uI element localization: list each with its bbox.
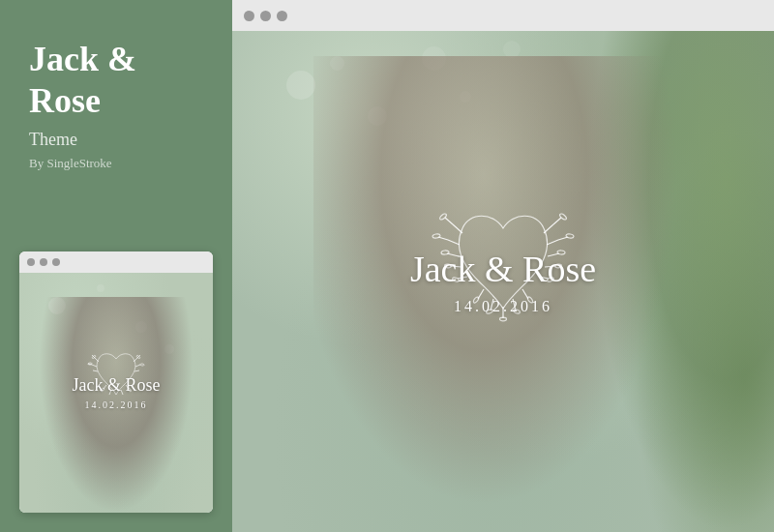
small-preview-window: Jack & Rose 14.02.2016 bbox=[19, 251, 213, 513]
svg-line-27 bbox=[553, 218, 561, 224]
svg-line-4 bbox=[93, 370, 98, 371]
svg-line-8 bbox=[134, 370, 139, 371]
main-wreath-text: Jack & Rose 14.02.2016 bbox=[410, 248, 596, 315]
small-preview-body: Jack & Rose 14.02.2016 bbox=[19, 273, 213, 513]
svg-point-16 bbox=[140, 364, 144, 367]
dot-1 bbox=[27, 258, 35, 266]
sidebar: Jack & Rose Theme By SingleStroke bbox=[0, 0, 232, 532]
theme-title: Jack & Rose bbox=[29, 39, 203, 122]
svg-line-22 bbox=[438, 237, 448, 240]
theme-subtitle: Theme bbox=[29, 130, 203, 150]
main-dot-2 bbox=[260, 11, 271, 21]
svg-line-28 bbox=[547, 240, 558, 245]
main-dot-1 bbox=[244, 11, 254, 21]
svg-line-19 bbox=[453, 224, 462, 233]
main-names: Jack & Rose bbox=[410, 248, 596, 290]
small-names: Jack & Rose bbox=[73, 375, 161, 396]
small-wreath-text: Jack & Rose 14.02.2016 bbox=[73, 375, 161, 410]
svg-line-21 bbox=[448, 240, 460, 245]
main-wreath-overlay: Jack & Rose 14.02.2016 bbox=[377, 175, 629, 388]
small-date: 14.02.2016 bbox=[73, 399, 161, 410]
dot-2 bbox=[40, 258, 47, 266]
svg-point-43 bbox=[559, 213, 568, 221]
main-titlebar bbox=[232, 0, 774, 31]
main-dot-3 bbox=[277, 11, 287, 21]
main-preview-window: Jack & Rose 14.02.2016 bbox=[232, 0, 774, 532]
svg-point-38 bbox=[439, 213, 448, 221]
svg-line-2 bbox=[92, 365, 97, 367]
svg-line-29 bbox=[558, 237, 568, 240]
theme-author: By SingleStroke bbox=[29, 156, 203, 171]
svg-line-26 bbox=[544, 224, 553, 233]
svg-line-20 bbox=[445, 218, 453, 224]
main-date: 14.02.2016 bbox=[410, 298, 596, 315]
svg-line-7 bbox=[135, 365, 140, 367]
dot-3 bbox=[52, 258, 60, 266]
svg-point-50 bbox=[500, 317, 507, 321]
main-photo-area: Jack & Rose 14.02.2016 bbox=[232, 31, 774, 532]
small-wreath-overlay: Jack & Rose 14.02.2016 bbox=[58, 335, 174, 451]
small-titlebar bbox=[19, 251, 213, 273]
